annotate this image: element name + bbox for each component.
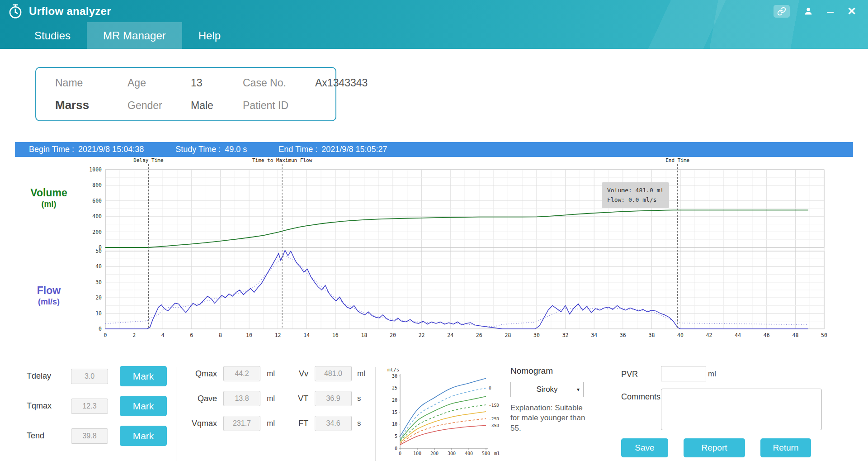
svg-text:24: 24 [447, 332, 453, 338]
svg-text:-1SD: -1SD [489, 403, 499, 408]
report-button[interactable]: Report [684, 438, 745, 457]
nomogram-select[interactable]: Siroky ▾ [510, 382, 584, 397]
menu-item-help[interactable]: Help [182, 22, 237, 49]
vt-input[interactable] [315, 391, 352, 406]
tqmax-mark-button[interactable]: Mark [120, 396, 167, 416]
vt-unit: s [357, 394, 366, 403]
qave-label: Qave [185, 394, 217, 404]
svg-text:20: 20 [95, 294, 102, 301]
svg-text:26: 26 [476, 332, 482, 338]
svg-text:200: 200 [430, 451, 439, 456]
vqmax-label: Vqmax [185, 419, 217, 428]
user-icon[interactable] [803, 6, 813, 16]
nomogram-explanation: Explanation: Suitable for male younger t… [510, 403, 588, 433]
svg-text:-3SD: -3SD [489, 423, 499, 428]
tdelay-label: Tdelay [27, 371, 59, 381]
svg-text:Time to Maximun Flow: Time to Maximun Flow [252, 157, 312, 163]
svg-text:36: 36 [620, 332, 626, 338]
svg-text:22: 22 [419, 332, 425, 338]
svg-text:16: 16 [332, 332, 339, 338]
tdelay-mark-button[interactable]: Mark [120, 366, 167, 386]
nomogram-chart: 0510152025300100200300400500ml/sml0-1SD-… [385, 366, 503, 462]
tdelay-input[interactable] [71, 369, 108, 384]
divider [601, 367, 601, 461]
menu-item-mr-manager[interactable]: MR Manager [87, 22, 182, 49]
svg-text:34: 34 [591, 332, 597, 338]
comments-label: Comments [621, 389, 661, 402]
chevron-down-icon: ▾ [577, 386, 580, 393]
flow-results-grid: Qmax ml Qave ml Vqmax ml [185, 366, 278, 431]
patient-case-label: Case No. [243, 77, 315, 89]
chart-area: Volume (ml) Flow (ml/s) 0200400600800100… [15, 157, 853, 354]
begin-time-label: Begin Time : [29, 145, 74, 154]
ft-input[interactable] [315, 416, 352, 431]
svg-text:800: 800 [92, 182, 102, 188]
vqmax-input[interactable] [223, 416, 260, 431]
svg-text:30: 30 [533, 332, 540, 338]
action-buttons: Save Report Return [621, 438, 850, 457]
vv-input[interactable] [315, 366, 352, 381]
svg-text:25: 25 [392, 385, 397, 390]
tqmax-input[interactable] [71, 399, 108, 414]
save-button[interactable]: Save [621, 438, 668, 457]
close-button[interactable]: ✕ [847, 5, 856, 18]
svg-text:30: 30 [95, 279, 102, 285]
comments-textarea[interactable] [661, 389, 822, 430]
patient-name-label: Name [55, 77, 127, 89]
svg-text:End Time: End Time [665, 157, 689, 163]
svg-text:12: 12 [275, 332, 281, 338]
patient-age-value: 13 [191, 77, 243, 89]
svg-text:28: 28 [505, 332, 511, 338]
app-header: Urflow analyzer – ✕ St [0, 0, 868, 49]
patient-card: Name Age 13 Case No. Ax1343343 Marss Gen… [35, 67, 336, 121]
svg-text:500: 500 [482, 451, 490, 456]
chart-tooltip: Volume: 481.0 ml Flow: 0.0 ml/s [602, 182, 669, 208]
link-icon[interactable] [774, 5, 790, 18]
ft-unit: s [357, 419, 366, 428]
svg-text:400: 400 [92, 213, 102, 219]
svg-text:50: 50 [95, 248, 102, 254]
svg-text:1000: 1000 [89, 166, 102, 173]
uroflow-chart[interactable]: 0200400600800100001020304050024681012141… [83, 157, 833, 343]
svg-text:42: 42 [706, 332, 712, 338]
tooltip-flow: Flow: 0.0 ml/s [607, 195, 664, 204]
return-button[interactable]: Return [760, 438, 811, 457]
pvr-label: PVR [621, 366, 661, 379]
window-controls: – ✕ [774, 5, 862, 18]
divider [375, 367, 376, 461]
end-time-label: End Time : [278, 145, 317, 154]
svg-text:400: 400 [465, 451, 473, 456]
results-section: Qmax ml Qave ml Vqmax ml Vv ml VT s FT s [185, 366, 366, 431]
svg-text:0: 0 [489, 385, 491, 390]
svg-text:0: 0 [395, 446, 397, 451]
nomogram-section: Nomogram Siroky ▾ Explanation: Suitable … [510, 366, 592, 433]
volume-results-grid: Vv ml VT s FT s [292, 366, 366, 431]
divider [176, 367, 176, 461]
patient-id-label: Patient ID [243, 100, 315, 112]
svg-text:14: 14 [303, 332, 310, 338]
qave-input[interactable] [223, 391, 260, 406]
svg-text:10: 10 [392, 422, 397, 427]
nomogram-select-value: Siroky [536, 385, 557, 394]
app-logo-icon [6, 2, 24, 20]
qmax-input[interactable] [223, 366, 260, 381]
tend-input[interactable] [71, 428, 108, 444]
svg-text:0: 0 [99, 326, 102, 332]
flow-axis-label: Flow (ml/s) [15, 285, 83, 307]
minimize-button[interactable]: – [827, 7, 833, 16]
svg-text:20: 20 [392, 398, 397, 403]
qmax-unit: ml [267, 369, 278, 378]
svg-text:46: 46 [764, 332, 770, 338]
tend-mark-button[interactable]: Mark [120, 426, 167, 446]
patient-age-label: Age [127, 77, 191, 89]
qave-unit: ml [267, 394, 278, 403]
menu-item-studies[interactable]: Studies [18, 22, 87, 49]
pvr-input[interactable] [661, 366, 706, 381]
app-window: Urflow analyzer – ✕ St [0, 0, 868, 475]
study-time-value: 49.0 s [225, 145, 247, 154]
vqmax-unit: ml [267, 419, 278, 428]
svg-text:600: 600 [92, 198, 102, 204]
svg-text:50: 50 [821, 332, 827, 338]
svg-text:300: 300 [448, 451, 456, 456]
patient-gender-label: Gender [127, 100, 191, 112]
